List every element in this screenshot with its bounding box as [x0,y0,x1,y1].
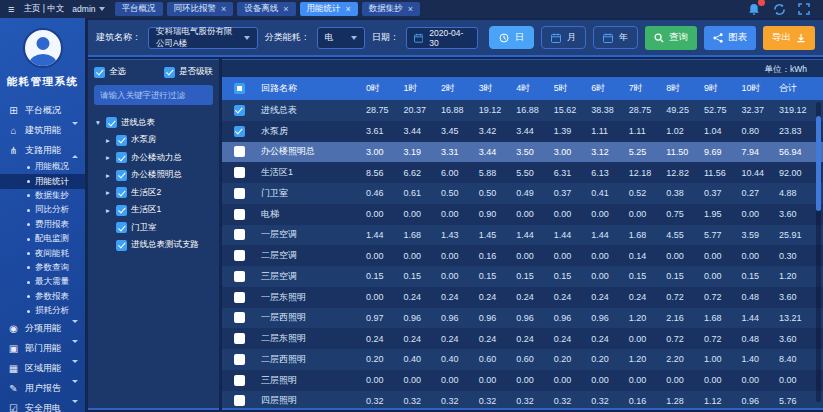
tree-node-生活区2[interactable]: ▸生活区2 [94,184,213,202]
caret-expanded-icon[interactable]: ▾ [94,118,102,127]
table-row-三层空调[interactable]: 三层空调0.150.150.000.150.150.150.000.150.15… [222,266,823,287]
sidebar-subitem-夜间能耗[interactable]: 夜间能耗 [0,246,85,260]
caret-collapsed-icon[interactable]: ▸ [104,153,112,162]
fullscreen-icon[interactable] [797,2,811,16]
export-button[interactable]: 导出 [763,26,815,50]
table-row-四层照明[interactable]: 四层照明0.320.320.320.320.320.320.320.161.28… [222,391,823,411]
tree-node-生活区1[interactable]: ▸生活区1 [94,202,213,220]
tree-node-checkbox[interactable] [116,152,127,163]
granularity-月[interactable]: 月 [541,26,586,49]
row-checkbox[interactable] [234,250,245,261]
table-row-二层空调[interactable]: 二层空调0.000.000.000.160.000.000.000.140.00… [222,245,823,266]
sidebar-subitem-参数查询[interactable]: 参数查询 [0,261,85,275]
home-language-label[interactable]: 主页 | 中文 [23,3,64,15]
row-checkbox[interactable] [234,354,245,365]
tree-search-input[interactable] [94,85,213,105]
caret-collapsed-icon[interactable]: ▸ [104,188,112,197]
table-row-一层空调[interactable]: 一层空调1.441.681.431.451.441.441.441.684.55… [222,225,823,246]
tree-node-checkbox[interactable] [116,187,127,198]
sidebar-subitem-同比分析[interactable]: 同比分析 [0,203,85,217]
sidebar-item-建筑用能[interactable]: ⌂建筑用能 [0,120,85,140]
table-row-进线总表[interactable]: 进线总表28.7520.3716.8819.1216.8815.6238.382… [222,100,823,121]
row-checkbox[interactable] [234,395,245,406]
category-select[interactable]: 电 [317,27,365,49]
refresh-icon[interactable] [772,2,786,16]
table-row-二层西照明[interactable]: 二层西照明0.200.400.400.600.600.200.201.202.2… [222,349,823,370]
hamburger-menu-icon[interactable]: ≡ [8,0,14,18]
granularity-日[interactable]: 日 [489,26,534,49]
tree-node-checkbox[interactable] [116,222,127,233]
user-avatar[interactable] [23,28,63,68]
row-checkbox[interactable] [234,105,245,116]
row-checkbox[interactable] [234,333,245,344]
table-row-三层照明[interactable]: 三层照明0.000.000.000.000.000.000.000.000.00… [222,370,823,391]
row-checkbox[interactable] [234,188,245,199]
caret-collapsed-icon[interactable]: ▸ [104,171,112,180]
tab-同环比报警[interactable]: 同环比报警× [167,2,234,16]
select-all-checkbox[interactable]: 全选 [94,66,126,78]
date-picker[interactable]: 2020-04-30 [406,27,478,49]
notification-bell-icon[interactable] [747,2,761,16]
sidebar-item-部门用能[interactable]: ▣部门用能 [0,338,85,358]
tree-node-checkbox[interactable] [116,205,127,216]
chart-button[interactable]: 图表 [704,26,756,50]
table-row-电梯[interactable]: 电梯0.000.000.000.900.000.000.000.000.751.… [222,204,823,225]
user-menu[interactable]: admin [72,4,104,14]
sidebar-subitem-用能概况[interactable]: 用能概况 [0,160,85,174]
row-checkbox[interactable] [234,146,245,157]
caret-collapsed-icon[interactable]: ▸ [104,136,112,145]
row-checkbox[interactable] [234,375,245,386]
granularity-年[interactable]: 年 [593,26,638,49]
tab-数据集抄[interactable]: 数据集抄× [362,2,420,16]
sidebar-subitem-参数报表[interactable]: 参数报表 [0,290,85,304]
table-row-生活区1[interactable]: 生活区18.566.626.005.885.506.316.1312.1812.… [222,162,823,183]
table-row-一层东照明[interactable]: 一层东照明0.000.240.240.240.240.240.240.240.7… [222,287,823,308]
row-checkbox[interactable] [234,271,245,282]
tab-close-icon[interactable]: × [408,5,413,14]
tab-close-icon[interactable]: × [221,5,226,14]
tree-node-进线总表[interactable]: ▾进线总表 [94,114,213,132]
tab-close-icon[interactable]: × [283,5,288,14]
caret-collapsed-icon[interactable]: ▸ [104,206,112,215]
sidebar-subitem-最大需量[interactable]: 最大需量 [0,275,85,289]
sidebar-item-区域用能[interactable]: ▦区域用能 [0,358,85,378]
row-checkbox[interactable] [234,292,245,303]
cascade-checkbox[interactable]: 是否级联 [164,66,213,78]
sidebar-item-支路用能[interactable]: ⋔支路用能 [0,140,85,160]
tree-node-checkbox[interactable] [106,117,117,128]
table-row-一层西照明[interactable]: 一层西照明0.970.960.960.960.960.960.961.202.1… [222,308,823,329]
table-row-二层东照明[interactable]: 二层东照明0.240.240.240.240.240.240.240.000.7… [222,328,823,349]
sidebar-subitem-配电监测[interactable]: 配电监测 [0,232,85,246]
vertical-scrollbar[interactable] [816,102,821,402]
sidebar-item-用户报告[interactable]: ✎用户报告 [0,378,85,398]
tree-node-checkbox[interactable] [116,240,127,251]
tree-node-办公楼动力总[interactable]: ▸办公楼动力总 [94,149,213,167]
tree-node-水泵房[interactable]: ▸水泵房 [94,132,213,150]
sidebar-subitem-费用报表[interactable]: 费用报表 [0,218,85,232]
tab-close-icon[interactable]: × [346,5,351,14]
tab-设备离线[interactable]: 设备离线× [237,2,295,16]
sidebar-subitem-用能统计[interactable]: 用能统计 [0,174,85,188]
row-checkbox[interactable] [234,167,245,178]
row-checkbox[interactable] [234,209,245,220]
tree-node-checkbox[interactable] [116,135,127,146]
sidebar-subitem-数据集抄[interactable]: 数据集抄 [0,189,85,203]
table-row-水泵房[interactable]: 水泵房3.613.443.453.423.441.391.111.111.021… [222,121,823,142]
row-checkbox[interactable] [234,312,245,323]
sidebar-item-安全用电[interactable]: ☑安全用电 [0,398,85,412]
table-row-办公楼照明总[interactable]: 办公楼照明总3.003.193.313.443.503.003.125.2511… [222,142,823,163]
building-select[interactable]: 安科瑞电气股份有限公司A楼 [148,27,258,49]
tree-node-门卫室[interactable]: 门卫室 [94,219,213,237]
tree-node-checkbox[interactable] [116,170,127,181]
sidebar-subitem-损耗分析[interactable]: 损耗分析 [0,304,85,318]
table-row-门卫室[interactable]: 门卫室0.460.610.500.500.490.370.410.520.380… [222,183,823,204]
scrollbar-thumb[interactable] [816,116,821,211]
row-checkbox[interactable] [234,126,245,137]
tab-用能统计[interactable]: 用能统计× [300,2,358,16]
sidebar-item-平台概况[interactable]: ⊞平台概况 [0,100,85,120]
sidebar-item-分项用能[interactable]: ◉分项用能 [0,318,85,338]
row-checkbox[interactable] [234,229,245,240]
select-all-rows-checkbox[interactable] [234,83,245,94]
query-button[interactable]: 查询 [645,26,697,50]
tree-node-进线总表测试支路[interactable]: 进线总表测试支路 [94,237,213,255]
